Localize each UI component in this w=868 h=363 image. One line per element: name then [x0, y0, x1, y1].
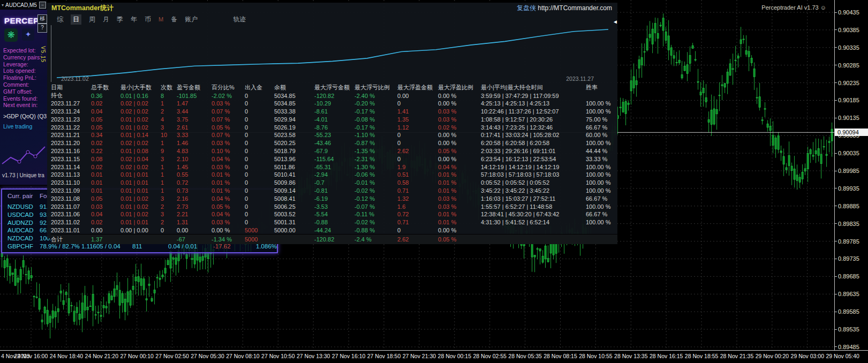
price-axis-label: 0.89785	[838, 238, 859, 245]
price-axis-label: 0.90435	[838, 9, 859, 16]
panel-edge-arrow-icon[interactable]: ◄	[613, 19, 618, 25]
stats-cell: 0.55	[177, 171, 212, 178]
stats-row: 2023.11.230.050.01 | 0.0243.750.07 %0502…	[51, 115, 617, 123]
stats-cell: 1.47	[177, 100, 212, 107]
stats-cell: -2.02 %	[212, 93, 245, 99]
sidebar-decoration-chart	[0, 137, 47, 169]
sidebar-footer-version: v1.73 | Unique tra	[2, 172, 44, 178]
stats-cell: 0.00 %	[438, 93, 481, 99]
stats-menu-item-1[interactable]: 综	[57, 15, 63, 24]
stats-cell: 2023.11.02	[51, 219, 91, 225]
time-axis-label: 29 Nov 05:40	[826, 353, 859, 359]
stats-cell: 5033.38	[274, 108, 314, 115]
stats-menu-item-3[interactable]: 周	[89, 15, 95, 24]
stats-cell: 1.12	[397, 124, 438, 131]
stats-menu-item-7[interactable]: 币	[145, 15, 151, 24]
stats-cell: 0	[245, 93, 274, 99]
stats-cell: 0.00 %	[212, 227, 245, 233]
stats-menu-item-5[interactable]: 季	[117, 15, 123, 24]
minimize-icon[interactable]: –	[39, 2, 46, 9]
next-event-label: >GDP (QoQ) (Q3	[0, 109, 47, 119]
move-button[interactable]: 移	[37, 14, 47, 24]
stats-menu-item-2[interactable]: 日	[71, 14, 81, 25]
stats-cell: 2023.11.22	[51, 124, 91, 131]
price-tick	[835, 100, 837, 101]
stats-cell: 1	[161, 140, 177, 146]
stats-row: 2023.11.150.080.02 | 0.0432.100.04 %0501…	[51, 155, 617, 163]
currency-pair-label: USDCAD	[7, 211, 34, 218]
stats-cell: 5000	[245, 227, 274, 233]
time-axis-label: 29 Nov 03:00	[791, 353, 824, 359]
stats-cell: 3	[161, 156, 177, 162]
price-tick	[835, 47, 837, 48]
currency-pair-label: AUDCAD	[7, 227, 34, 233]
stats-cell: 0.05	[91, 195, 120, 202]
price-axis[interactable]: 0.904350.903850.903350.902850.902350.901…	[834, 0, 868, 350]
stats-cell: 3	[161, 211, 177, 217]
stats-row: 2023.11.020.020.01 | 0.0121.310.03 %0500…	[51, 218, 617, 226]
stats-cell: 2	[161, 219, 177, 225]
stats-cell: 4:25:13 | 4:25:13 | 4:25:13	[481, 100, 586, 107]
price-tick	[835, 346, 837, 347]
time-axis-label: 24 Nov 21:20	[85, 353, 118, 359]
stats-row: 2023.11.220.050.01 | 0.0232.610.05 %0502…	[51, 123, 617, 131]
stats-cell: 2.62	[397, 236, 438, 243]
stats-cell: 0.71	[397, 187, 438, 194]
stats-cell: 14:12:19 | 14:12:19 | 14:12:19	[481, 164, 586, 170]
stats-cell: 0.05	[91, 116, 120, 123]
price-tick	[835, 294, 837, 294]
time-axis-label: 28 Nov 05:35	[508, 353, 541, 359]
stats-cell: 2:03:33 | 29:26:16 | 69:11:01	[481, 148, 586, 154]
stats-cell: 0.01 %	[212, 171, 245, 178]
stats-cell: 0	[245, 219, 274, 225]
brand-link[interactable]: 复盘侠 http://MTCommander.com	[517, 4, 612, 13]
help-button[interactable]: ?	[37, 24, 47, 33]
stats-cell: 0	[245, 132, 274, 138]
time-axis-label: 27 Nov 18:50	[367, 353, 401, 359]
time-axis-label: 27 Nov 10:50	[261, 353, 295, 359]
time-axis[interactable]: 4 Nov 202324 Nov 16:0024 Nov 18:4024 Nov…	[0, 350, 868, 363]
stats-menu-item-4[interactable]: 月	[103, 15, 109, 24]
stats-cell: 100.00 %	[586, 140, 619, 146]
stats-cell: 2	[161, 203, 177, 210]
stats-panel-titlebar[interactable]: MTCommander统计 复盘侠 http://MTCommander.com	[47, 3, 617, 14]
stats-row: 2023.11.240.040.02 | 0.0223.440.07 %0503…	[51, 108, 617, 116]
stats-cell: 5029.94	[274, 116, 314, 123]
chevron-down-icon[interactable]: ▾	[2, 3, 4, 7]
stats-cell: 2023.11.06	[51, 211, 91, 217]
stats-menu-item-10[interactable]: 账户	[185, 15, 198, 24]
stats-menu-item-8[interactable]: M	[158, 16, 163, 22]
stats-menu-item-6[interactable]: 年	[131, 15, 137, 24]
stats-column-header: 百分比%	[212, 84, 245, 92]
stats-cell: 4:31:30 | 5:41:52 | 6:52:14	[481, 219, 586, 225]
currency-pair-label: GBPCHF	[7, 243, 33, 249]
stats-column-header: 最大浮亏比例	[354, 84, 397, 92]
equity-start-date: 2023.11.02	[61, 75, 89, 82]
stats-menu-item-11[interactable]: 轨迹	[233, 15, 246, 24]
price-axis-label: 0.90385	[838, 27, 859, 33]
stats-cell: 57:18:03 | 57:18:03 | 57:18:03	[481, 171, 586, 178]
stats-cell: 0.01	[91, 187, 120, 194]
symbol-period-title: AUDCAD,M5	[5, 2, 37, 8]
stats-menu-item-9[interactable]: 备	[171, 15, 177, 24]
chart-window-titlebar[interactable]: ▾ AUDCAD,M5 –	[0, 0, 47, 10]
stats-cell: 0.03 %	[212, 100, 245, 107]
stats-cell: 5008.41	[274, 195, 314, 202]
stats-cell: 合计	[51, 236, 91, 244]
stats-cell: 1	[161, 171, 177, 178]
stats-cell: -1.35 %	[354, 148, 397, 154]
stats-row: 2023.11.210.340.01 | 0.14103.330.07 %050…	[51, 131, 617, 139]
stats-cell: 0.03 %	[438, 195, 481, 202]
stats-row: 2023.11.100.010.01 | 0.0110.720.01 %0500…	[51, 179, 617, 187]
stats-cell: 0.01 %	[438, 179, 481, 186]
stats-cell: 0.02	[91, 219, 120, 225]
stats-cell: 0.07 %	[212, 116, 245, 123]
stats-cell: 0.00 %	[438, 100, 481, 107]
stats-cell: 0	[245, 140, 274, 146]
sparkle-icon: ✦	[22, 28, 34, 41]
stats-cell: 0.05 %	[438, 236, 481, 243]
stats-cell: 0.01 | 0.02	[120, 195, 161, 202]
stats-cell: 0.02 %	[438, 124, 481, 131]
equity-curve	[51, 25, 615, 82]
stats-cell: 3	[161, 195, 177, 202]
